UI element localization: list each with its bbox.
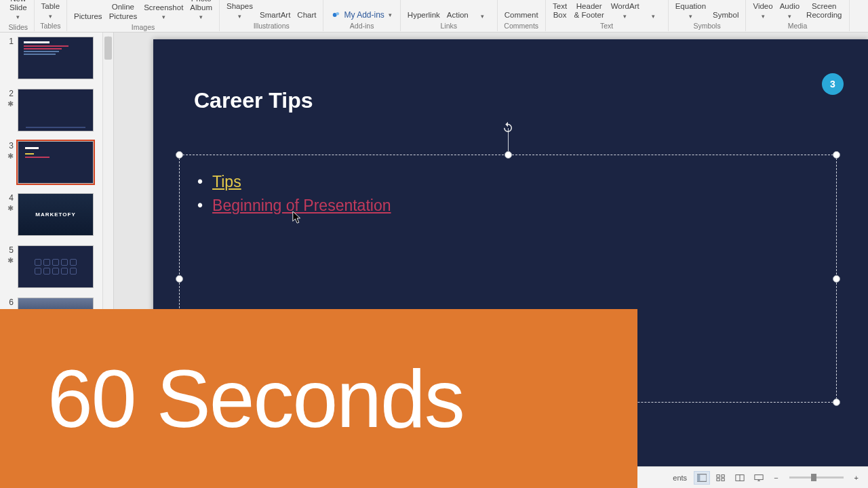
zoom-out-button[interactable]: − [770,472,782,484]
ribbon-smartart[interactable]: SmartArt [257,9,293,20]
slide-thumbnail-5[interactable] [18,245,94,288]
slide-number-badge: 3 [822,73,844,95]
ribbon-group-slides: New Slide▾Slides [3,0,35,31]
ribbon-wordart[interactable]: WordArt▾ [608,1,642,20]
resize-handle-br[interactable] [833,399,840,406]
resize-handle-ml[interactable] [176,275,183,283]
ribbon-group-label: Tables [39,20,63,30]
status-text-fragment: ents [669,472,691,484]
thumbnail-row-2: 2✱ [4,89,111,131]
overlay-banner: 60 Seconds [0,309,637,488]
rotation-handle-icon[interactable] [502,121,514,134]
ribbon-online-pictures[interactable]: Online Pictures [106,1,140,20]
slide-sorter-button[interactable] [713,471,729,485]
ribbon-expand-links[interactable]: ▾ [473,10,493,20]
ribbon-group-illustrations: Shapes▾SmartArtChartIllustrations [220,0,324,31]
ribbon-equation[interactable]: Equation▾ [673,1,709,20]
ribbon-screenshot[interactable]: Screenshot▾ [141,2,186,21]
resize-handle-tl[interactable] [176,151,183,159]
slide-thumbnail-4[interactable]: MARKETOFY [18,193,94,236]
ribbon-group-media: Video▾Audio▾Screen RecordingMedia [746,0,849,31]
ribbon-new-slide[interactable]: New Slide▾ [7,0,30,21]
slide-thumbnail-3[interactable] [18,141,94,184]
ribbon-group-label: Symbols [673,20,742,30]
status-bar: ents − + [637,466,868,488]
slideshow-button[interactable] [751,471,767,485]
ribbon-hyperlink[interactable]: Hyperlink [405,9,443,20]
thumbnail-row-3: 3✱ [4,141,111,184]
ribbon-group-label: Slides [7,21,30,31]
ribbon-shapes[interactable]: Shapes▾ [224,1,256,20]
ribbon-group-label: Media [750,20,844,30]
thumbnail-number: 2✱ [4,89,14,108]
ribbon-group-tables: Table▾Tables [35,0,68,31]
ribbon-group-symbols: Equation▾SymbolSymbols [669,0,747,31]
ribbon-group-links: HyperlinkAction▾Links [401,0,498,31]
ribbon-group-label: Links [405,20,493,30]
thumbnail-number: 6 [4,298,14,307]
slide-thumbnail-2[interactable] [18,89,94,131]
thumbnail-row-4: 4✱MARKETOFY [4,193,111,236]
ribbon-group-label: Add-ins [328,20,395,30]
ribbon-photo-album[interactable]: Photo Album▾ [187,0,215,21]
ribbon-group-comments: CommentComments [498,0,546,31]
resize-handle-tc[interactable] [505,151,512,159]
bullet-item-1[interactable]: Tips [197,170,818,194]
svg-rect-4 [717,474,719,477]
hyperlink-tips[interactable]: Tips [212,173,241,190]
ribbon-video[interactable]: Video▾ [750,1,775,20]
thumbnail-row-5: 5✱ [4,245,111,288]
thumbnail-number: 4✱ [4,193,14,213]
ribbon-audio[interactable]: Audio▾ [777,1,802,20]
ribbon-text-box[interactable]: Text Box [550,1,570,20]
reading-view-button[interactable] [732,471,748,485]
banner-text: 60 Seconds [47,352,464,445]
svg-rect-5 [722,474,724,477]
ribbon-group-label: Comments [502,20,541,30]
thumbnail-number: 5✱ [4,245,14,265]
svg-rect-3 [697,474,700,481]
svg-rect-10 [755,474,763,479]
thumbnail-number: 1 [4,37,14,46]
thumbnail-number: 3✱ [4,141,14,161]
ribbon-table[interactable]: Table▾ [39,1,63,20]
bullet-list[interactable]: Tips Beginning of Presentation [180,155,836,232]
svg-point-1 [336,12,340,16]
ribbon-group-label: Images [71,21,215,31]
zoom-slider-thumb[interactable] [811,474,816,481]
resize-handle-mr[interactable] [833,275,840,283]
ribbon-screen-recording[interactable]: Screen Recording [804,1,844,20]
zoom-slider[interactable] [789,476,844,479]
zoom-in-button[interactable]: + [850,472,863,484]
hyperlink-beginning[interactable]: Beginning of Presentation [212,197,391,214]
ribbon-expand-text[interactable]: ▾ [644,10,664,20]
ribbon-group-add-ins: My Add-ins▾Add-ins [323,0,400,31]
ribbon-group-text: Text BoxHeader & FooterWordArt▾▾Text [546,0,669,31]
scroll-thumb[interactable] [104,37,112,60]
ribbon-header-&-footer[interactable]: Header & Footer [572,1,607,20]
ribbon-symbol[interactable]: Symbol [710,9,741,20]
ribbon-group-images: PicturesOnline PicturesScreenshot▾Photo … [67,0,220,31]
resize-handle-tr[interactable] [833,151,840,159]
my-addins-button[interactable]: My Add-ins▾ [328,7,395,20]
normal-view-button[interactable] [694,471,710,485]
thumbnail-row-1: 1 [4,37,111,79]
svg-rect-6 [717,478,719,481]
ribbon-action[interactable]: Action [444,9,471,20]
ribbon-pictures[interactable]: Pictures [71,11,105,21]
ribbon-group-label: Illustrations [224,20,319,30]
slide-thumbnail-1[interactable] [18,37,94,79]
bullet-item-2[interactable]: Beginning of Presentation [197,194,818,218]
ribbon-group-label: Text [550,20,664,30]
slide-title[interactable]: Career Tips [194,88,313,113]
svg-rect-7 [722,478,724,481]
ribbon-chart[interactable]: Chart [294,9,319,20]
ribbon-comment[interactable]: Comment [502,9,541,20]
ribbon-insert-tab: New Slide▾SlidesTable▾TablesPicturesOnli… [0,0,868,33]
